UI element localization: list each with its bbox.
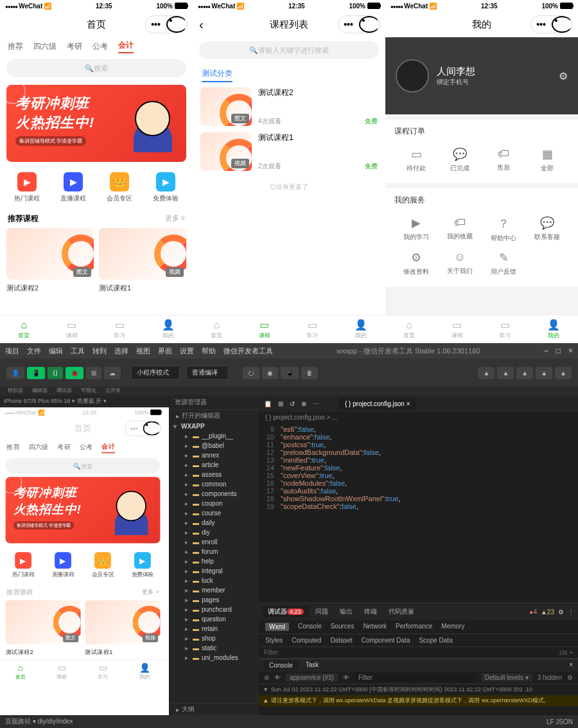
category-tab[interactable]: 考研 — [67, 41, 82, 52]
folder-item[interactable]: ▬ @babel — [170, 441, 259, 450]
category-tab[interactable]: 考研 — [57, 443, 71, 452]
category-tab[interactable]: 会计 — [101, 441, 115, 453]
folder-item[interactable]: ▬ enroll — [170, 537, 259, 547]
bind-phone-link[interactable]: 绑定手机号 — [437, 78, 475, 87]
tabbar-item[interactable]: ▭课程 — [259, 319, 270, 340]
category-item[interactable]: ▶免费体验 — [132, 552, 153, 578]
menu-item[interactable]: 编辑 — [49, 346, 63, 356]
tabbar-item[interactable]: 👤我的 — [139, 662, 150, 680]
devtools-tab[interactable]: Performance — [396, 623, 432, 631]
service-item[interactable]: ▶我的学习 — [394, 212, 438, 247]
category-tab[interactable]: 推荐 — [8, 41, 23, 52]
style-filter[interactable]: Filter — [264, 649, 278, 656]
category-item[interactable]: ▶热门课程 — [14, 172, 40, 203]
folder-item[interactable]: ▬ coupon — [170, 499, 259, 508]
promo-banner[interactable]: 考研冲刺班 火热招生中! 集训营辅导模式 学渣变学霸 — [6, 85, 186, 162]
category-item[interactable]: ▶热门课程 — [12, 552, 34, 578]
menu-item[interactable]: 项目 — [5, 346, 19, 356]
tabbar-item[interactable]: ▭学习 — [499, 319, 511, 340]
folder-item[interactable]: ▬ shop — [170, 634, 259, 643]
filter-tab[interactable]: 测试分类 — [202, 68, 232, 82]
menu-item[interactable]: 设置 — [180, 346, 194, 356]
console-tab[interactable]: Console — [264, 661, 298, 670]
compile-select[interactable]: 普通编译 — [186, 366, 229, 380]
menu-item[interactable]: 帮助 — [202, 346, 216, 356]
folder-item[interactable]: ▬ luck — [170, 576, 259, 585]
toolbar-button[interactable]: ▲ — [497, 367, 514, 379]
category-tab[interactable]: 四六级 — [29, 443, 49, 452]
category-tab[interactable]: 四六级 — [33, 41, 57, 52]
device-selector[interactable]: iPhone 6/7/8 Plus 85% 16 ▾ 热重载 开 ▾ — [0, 395, 169, 407]
folder-item[interactable]: ▬ assess — [170, 470, 259, 479]
devtools-tab[interactable]: Wxml — [265, 623, 289, 631]
search-input[interactable]: 🔍 请输入关键字进行搜索 — [199, 41, 379, 59]
course-list-item[interactable]: 图文测试课程24次观看免费 — [200, 87, 378, 126]
back-button[interactable]: ‹ — [199, 17, 204, 32]
devtools-tab[interactable]: Sources — [331, 623, 355, 631]
service-item[interactable]: ⚙修改资料 — [394, 247, 438, 280]
folder-item[interactable]: ▬ pages — [170, 595, 259, 605]
tabbar-item[interactable]: ▭课程 — [451, 319, 463, 340]
course-list-item[interactable]: 视频测试课程12次观看免费 — [200, 132, 378, 171]
folder-item[interactable]: ▬ uni_modules — [170, 653, 259, 662]
debugger-tab[interactable]: 代码质量 — [383, 606, 419, 617]
devtools-tab[interactable]: Memory — [441, 623, 464, 631]
mode-select[interactable]: 小程序模式 — [131, 366, 180, 380]
file-tab[interactable]: { } project.config.json × — [338, 398, 416, 410]
category-item[interactable]: ▶直播课程 — [52, 552, 74, 578]
devtools-tab[interactable]: Console — [298, 623, 322, 631]
promo-banner[interactable]: 考研冲刺班 火热招生中! 集训营辅导模式 学渣变学霸 — [6, 477, 161, 543]
service-item[interactable]: ✎用户反馈 — [482, 247, 525, 280]
menu-item[interactable]: 界面 — [158, 346, 172, 356]
folder-item[interactable]: ▬ article — [170, 460, 259, 470]
tabbar-item[interactable]: ⌂首页 — [18, 319, 30, 340]
tabbar-item[interactable]: ▭学习 — [98, 662, 107, 680]
course-card[interactable]: 图文测试课程2 — [6, 600, 81, 659]
tabbar-item[interactable]: 👤我的 — [355, 319, 367, 340]
category-item[interactable]: 👑会员专区 — [92, 552, 114, 578]
debugger-tab[interactable]: 输出 — [335, 606, 358, 617]
toolbar-button[interactable]: ▲ — [478, 367, 495, 379]
more-link[interactable]: 更多 > — [165, 213, 185, 224]
order-item[interactable]: ▦全部 — [525, 143, 569, 177]
capsule[interactable]: ••• — [125, 421, 161, 436]
course-card[interactable]: 图文测试课程2 — [6, 228, 94, 297]
root-folder[interactable]: WXAPP — [170, 422, 259, 431]
tabbar-item[interactable]: ▭课程 — [57, 662, 66, 680]
gear-icon[interactable]: ⚙ — [559, 70, 568, 82]
folder-item[interactable]: ▬ common — [170, 479, 259, 489]
category-item[interactable]: 👑会员专区 — [107, 172, 132, 203]
debugger-tab[interactable]: 终端 — [359, 606, 382, 617]
service-item[interactable]: ☺关于我们 — [438, 247, 482, 280]
folder-item[interactable]: ▬ course — [170, 508, 259, 518]
course-card[interactable]: 视频测试课程1 — [99, 228, 186, 297]
order-item[interactable]: 💬已完成 — [438, 143, 482, 177]
menu-item[interactable]: 微信开发者工具 — [223, 346, 273, 356]
console-filter-input[interactable]: Filter — [355, 673, 476, 682]
service-item[interactable]: 🏷我的收藏 — [438, 212, 482, 247]
folder-item[interactable]: ▬ forum — [170, 547, 259, 556]
avatar[interactable] — [396, 59, 429, 93]
avatar-button[interactable]: 👤 — [6, 367, 24, 379]
tabbar-item[interactable]: ▭学习 — [114, 319, 125, 340]
more-link[interactable]: 更多 > — [142, 587, 159, 597]
tabbar-item[interactable]: ▭课程 — [66, 319, 78, 340]
service-item[interactable]: 💬联系客服 — [525, 212, 569, 247]
debugger-tab[interactable]: 问题 — [310, 606, 333, 617]
category-tab[interactable]: 会计 — [118, 40, 134, 53]
tabbar-item[interactable]: ▭学习 — [306, 319, 318, 340]
tabbar-item[interactable]: ⌂首页 — [211, 319, 222, 340]
course-card[interactable]: 视频测试课程1 — [85, 600, 160, 659]
folder-item[interactable]: ▬ components — [170, 489, 259, 499]
menu-item[interactable]: 转到 — [92, 346, 107, 356]
debugger-tab[interactable]: 调试器4,23 — [263, 606, 309, 617]
simulator-toggle[interactable]: 📱 — [27, 367, 45, 379]
menu-item[interactable]: 选择 — [114, 346, 128, 356]
tabbar-item[interactable]: ⌂首页 — [15, 663, 25, 681]
order-item[interactable]: ▭待付款 — [394, 143, 438, 177]
toolbar-button[interactable]: ▲ — [555, 367, 572, 379]
folder-item[interactable]: ▬ question — [170, 614, 259, 624]
search-input[interactable]: 🔍 搜索 — [6, 458, 161, 474]
folder-item[interactable]: ▬ static — [170, 643, 259, 653]
tabbar-item[interactable]: 👤我的 — [162, 319, 175, 340]
